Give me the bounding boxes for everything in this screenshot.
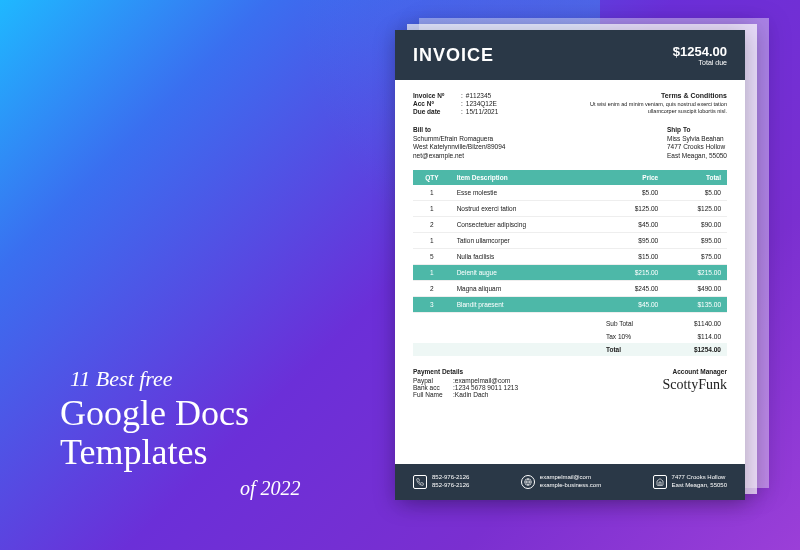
total-due-label: Total due: [673, 59, 727, 66]
total-due-block: $1254.00 Total due: [673, 44, 727, 66]
subtotal-value: $1140.00: [666, 320, 721, 327]
bill-to-line1: Schumm/Efrain Romaguera: [413, 135, 505, 143]
col-desc: Item Description: [451, 170, 602, 185]
invoice-no-value: #112345: [466, 92, 491, 99]
ship-to-block: Ship To Miss Sylvia Beahan 7477 Crooks H…: [667, 126, 727, 160]
table-row: 1Esse molestie$5.00$5.00: [413, 185, 727, 201]
cell-qty: 2: [413, 217, 451, 233]
headline-title-line1: Google Docs: [60, 394, 301, 434]
cell-total: $90.00: [664, 217, 727, 233]
table-row: 1Nostrud exerci tation$125.00$125.00: [413, 201, 727, 217]
terms-title: Terms & Conditions: [570, 92, 727, 99]
due-date-value: 15/11/2021: [466, 108, 499, 115]
total-due-amount: $1254.00: [673, 44, 727, 59]
invoice-meta: Invoice Nº:#112345 Acc Nº:1234Q12E Due d…: [413, 92, 554, 116]
headline-subline: of 2022: [60, 477, 301, 500]
payment-title: Payment Details: [413, 368, 518, 375]
invoice-no-label: Invoice Nº: [413, 92, 458, 99]
cell-total: $215.00: [664, 265, 727, 281]
headline-title-line2: Templates: [60, 433, 301, 473]
total-value: $1254.00: [666, 346, 721, 353]
cell-price: $215.00: [601, 265, 664, 281]
invoice-footer: 852-976-2126852-976-2126 exampelmail@com…: [395, 464, 745, 500]
tax-value: $114.00: [666, 333, 721, 340]
cell-qty: 3: [413, 297, 451, 313]
payment-details: Payment Details Paypal: exampelmail@com …: [413, 368, 518, 398]
cell-total: $95.00: [664, 233, 727, 249]
invoice-title: INVOICE: [413, 45, 494, 66]
home-icon: [653, 475, 667, 489]
name-value: Kadin Dach: [455, 391, 489, 398]
cell-total: $490.00: [664, 281, 727, 297]
bill-to-block: Bill to Schumm/Efrain Romaguera West Kat…: [413, 126, 505, 160]
bill-to-line3: net@example.net: [413, 152, 505, 160]
cell-desc: Nostrud exerci tation: [451, 201, 602, 217]
terms-block: Terms & Conditions Ut wisi enim ad minim…: [570, 92, 727, 116]
footer-web: example-business.com: [540, 482, 601, 490]
cell-qty: 2: [413, 281, 451, 297]
tax-label: Tax 10%: [606, 333, 666, 340]
acc-no-label: Acc Nº: [413, 100, 458, 107]
cell-qty: 1: [413, 265, 451, 281]
footer-email: exampelmail@com: [540, 474, 601, 482]
cell-price: $45.00: [601, 297, 664, 313]
ship-to-title: Ship To: [667, 126, 727, 133]
phone-icon: [413, 475, 427, 489]
table-row: 2Magna aliquam$245.00$490.00: [413, 281, 727, 297]
footer-addr2: East Meagan, 55050: [672, 482, 727, 490]
totals-block: Sub Total$1140.00 Tax 10%$114.00 Total$1…: [413, 317, 727, 356]
cell-qty: 5: [413, 249, 451, 265]
table-row: 3Blandit praesent$45.00$135.00: [413, 297, 727, 313]
items-table: QTY Item Description Price Total 1Esse m…: [413, 170, 727, 313]
ship-to-line2: 7477 Crooks Hollow: [667, 143, 727, 151]
cell-desc: Blandit praesent: [451, 297, 602, 313]
cell-price: $5.00: [601, 185, 664, 201]
manager-signature: ScottyFunk: [662, 377, 727, 393]
paypal-value: exampelmail@com: [455, 377, 510, 384]
acc-no-value: 1234Q12E: [466, 100, 497, 107]
cell-total: $135.00: [664, 297, 727, 313]
name-label: Full Name: [413, 391, 453, 398]
table-row: 1Tation ullamcorper$95.00$95.00: [413, 233, 727, 249]
cell-desc: Magna aliquam: [451, 281, 602, 297]
bill-to-line2: West Katelynnville/Bilzen/89094: [413, 143, 505, 151]
cell-qty: 1: [413, 185, 451, 201]
cell-desc: Delenit augue: [451, 265, 602, 281]
cell-desc: Esse molestie: [451, 185, 602, 201]
bill-to-title: Bill to: [413, 126, 505, 133]
cell-price: $95.00: [601, 233, 664, 249]
cell-desc: Tation ullamcorper: [451, 233, 602, 249]
ship-to-line1: Miss Sylvia Beahan: [667, 135, 727, 143]
cell-total: $75.00: [664, 249, 727, 265]
invoice-stack: INVOICE $1254.00 Total due Invoice Nº:#1…: [395, 30, 745, 510]
cell-price: $245.00: [601, 281, 664, 297]
cell-total: $125.00: [664, 201, 727, 217]
cell-qty: 1: [413, 233, 451, 249]
cell-total: $5.00: [664, 185, 727, 201]
invoice-document: INVOICE $1254.00 Total due Invoice Nº:#1…: [395, 30, 745, 500]
footer-phone1: 852-976-2126: [432, 474, 469, 482]
cell-price: $125.00: [601, 201, 664, 217]
paypal-label: Paypal: [413, 377, 453, 384]
due-date-label: Due date: [413, 108, 458, 115]
terms-body: Ut wisi enim ad minim veniam, quis nostr…: [570, 101, 727, 115]
table-row: 5Nulla facilisis$15.00$75.00: [413, 249, 727, 265]
col-qty: QTY: [413, 170, 451, 185]
col-total: Total: [664, 170, 727, 185]
cell-price: $15.00: [601, 249, 664, 265]
footer-phone2: 852-976-2126: [432, 482, 469, 490]
globe-icon: [521, 475, 535, 489]
table-row: 2Consectetuer adipiscing$45.00$90.00: [413, 217, 727, 233]
subtotal-label: Sub Total: [606, 320, 666, 327]
bank-value: 1234 5678 9011 1213: [455, 384, 518, 391]
footer-addr1: 7477 Crooks Hollow: [672, 474, 727, 482]
headline-overline: 11 Best free: [60, 366, 301, 392]
cell-desc: Consectetuer adipiscing: [451, 217, 602, 233]
invoice-header: INVOICE $1254.00 Total due: [395, 30, 745, 80]
cell-price: $45.00: [601, 217, 664, 233]
cell-desc: Nulla facilisis: [451, 249, 602, 265]
total-label: Total: [606, 346, 666, 353]
headline: 11 Best free Google Docs Templates of 20…: [60, 366, 301, 500]
ship-to-line3: East Meagan, 55050: [667, 152, 727, 160]
col-price: Price: [601, 170, 664, 185]
